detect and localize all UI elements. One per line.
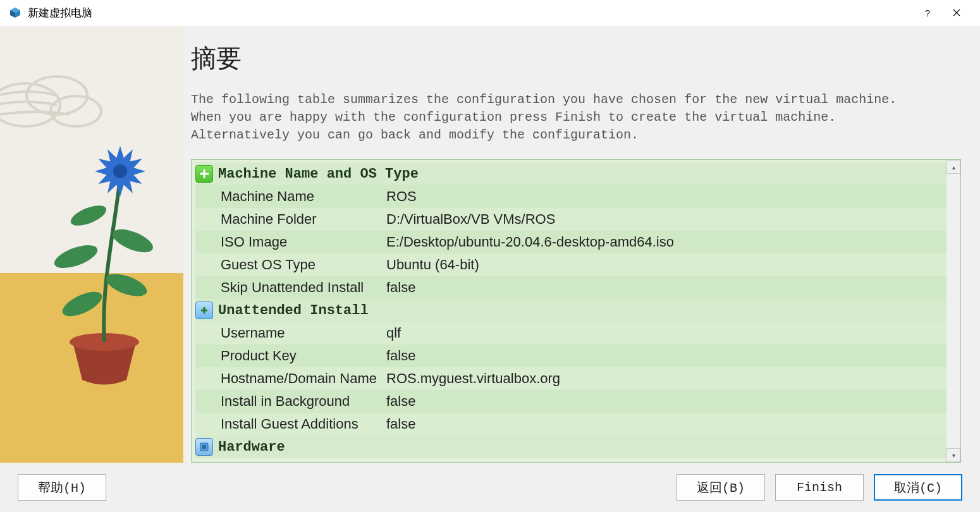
group-title: Machine Name and OS Type — [218, 166, 419, 182]
table-row: Usernameqlf — [195, 322, 946, 344]
row-label: Product Key — [195, 348, 386, 364]
chip-icon — [195, 438, 213, 456]
row-value: qlf — [386, 325, 946, 341]
green-plus-icon — [195, 165, 213, 183]
scroll-down-icon[interactable]: ▾ — [946, 448, 960, 462]
table-row: Install in Backgroundfalse — [195, 390, 946, 413]
help-button[interactable]: 帮助(H) — [18, 474, 106, 501]
row-label: Hostname/Domain Name — [195, 370, 386, 387]
table-row: Machine FolderD:/VirtualBox/VB VMs/ROS — [195, 208, 946, 231]
page-description: The following table summarizes the confi… — [191, 91, 924, 144]
row-value: ROS.myguest.virtualbox.org — [386, 370, 946, 387]
close-icon[interactable] — [942, 0, 971, 25]
row-value: false — [386, 279, 946, 296]
row-value: false — [386, 393, 946, 410]
table-row: Guest OS TypeUbuntu (64-bit) — [195, 253, 946, 276]
row-label: Username — [195, 325, 386, 341]
svg-point-10 — [109, 224, 156, 257]
window-title: 新建虚拟电脑 — [28, 6, 92, 20]
row-label: Install Guest Additions — [195, 416, 386, 432]
row-label: Install in Background — [195, 393, 386, 410]
group-title: Unattended Install — [218, 303, 369, 319]
svg-rect-27 — [202, 445, 206, 449]
finish-button[interactable]: Finish — [775, 474, 864, 501]
row-value: false — [386, 416, 946, 432]
help-button-icon[interactable]: ? — [913, 0, 942, 25]
group-header: Machine Name and OS Type — [195, 162, 946, 185]
group-header: Unattended Install — [195, 299, 946, 322]
row-label: ISO Image — [195, 234, 386, 250]
button-bar: 帮助(H) 返回(B) Finish 取消(C) — [0, 463, 980, 512]
wizard-sidebar-illustration — [0, 26, 183, 463]
page-title: 摘要 — [191, 41, 961, 76]
row-value: ROS — [386, 188, 946, 205]
cancel-button[interactable]: 取消(C) — [874, 474, 962, 501]
table-row: Hostname/Domain NameROS.myguest.virtualb… — [195, 367, 946, 390]
row-label: Machine Name — [195, 188, 386, 205]
row-value: D:/VirtualBox/VB VMs/ROS — [386, 211, 946, 228]
app-icon — [9, 6, 21, 19]
row-value: Ubuntu (64-bit) — [386, 257, 946, 273]
svg-point-8 — [103, 269, 149, 301]
row-value: E:/Desktop/ubuntu-20.04.6-desktop-amd64.… — [386, 234, 946, 250]
plant-illustration — [38, 121, 171, 386]
table-row: Skip Unattended Installfalse — [195, 276, 946, 299]
table-row: ISO ImageE:/Desktop/ubuntu-20.04.6-deskt… — [195, 231, 946, 253]
content-area: 摘要 The following table summarizes the co… — [0, 25, 980, 463]
svg-point-7 — [59, 287, 105, 321]
table-row: Machine NameROS — [195, 185, 946, 208]
scroll-up-icon[interactable]: ▴ — [946, 160, 960, 174]
vertical-scrollbar[interactable]: ▴ ▾ — [946, 160, 960, 462]
group-title: Hardware — [218, 439, 285, 455]
table-row: Product Keyfalse — [195, 344, 946, 367]
row-label: Machine Folder — [195, 211, 386, 228]
summary-table: Machine Name and OS TypeMachine NameROSM… — [191, 159, 961, 463]
blue-plus-icon — [195, 302, 213, 319]
row-label: Skip Unattended Install — [195, 279, 386, 296]
svg-point-9 — [51, 241, 100, 273]
svg-point-11 — [68, 202, 109, 230]
title-bar: 新建虚拟电脑 ? — [0, 0, 980, 25]
back-button[interactable]: 返回(B) — [677, 474, 765, 501]
main-panel: 摘要 The following table summarizes the co… — [183, 26, 980, 463]
svg-point-24 — [113, 164, 127, 178]
group-header: Hardware — [195, 436, 946, 458]
row-value: false — [386, 348, 946, 364]
row-label: Guest OS Type — [195, 257, 386, 273]
table-row: Install Guest Additionsfalse — [195, 413, 946, 436]
wizard-window: 新建虚拟电脑 ? — [0, 0, 980, 512]
